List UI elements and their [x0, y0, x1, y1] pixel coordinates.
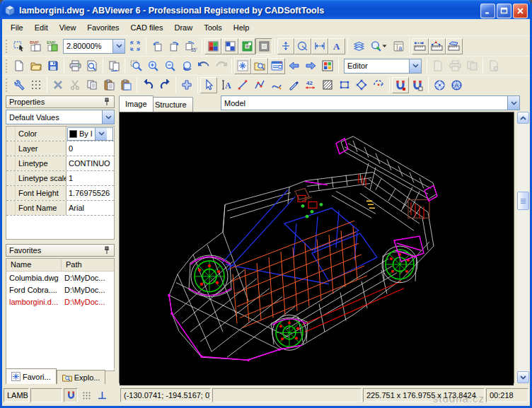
zoom-previous-button[interactable] [178, 58, 195, 74]
measure-polyline-button[interactable] [429, 38, 446, 54]
menu-view[interactable]: View [54, 21, 82, 34]
polyline-tool-button[interactable] [251, 77, 268, 93]
measure-distance-button[interactable] [412, 38, 429, 54]
layers-button[interactable] [350, 38, 367, 54]
color-combo-arrow[interactable] [95, 128, 107, 140]
print-page-button[interactable] [446, 58, 463, 74]
toolbar-grip[interactable] [6, 59, 8, 73]
preset-combo[interactable]: Default Values [6, 110, 115, 124]
property-row-linetype-scale[interactable]: Linetype scale 1 [6, 171, 114, 186]
paste-special-button[interactable] [117, 77, 134, 93]
color-value-combo[interactable]: By l [67, 127, 113, 141]
text-tool-button[interactable]: A [217, 77, 234, 93]
zoom-combo[interactable]: 2.80000% [63, 39, 125, 54]
grid-settings-button[interactable] [28, 77, 45, 93]
tab-explorer[interactable]: Explo... [57, 370, 106, 384]
delete-button[interactable] [50, 77, 66, 93]
dimension-radius-button[interactable] [294, 38, 311, 54]
view-quarters-button[interactable] [204, 38, 221, 54]
zoom-out-button[interactable] [161, 58, 178, 74]
view-halves-button[interactable] [221, 38, 238, 54]
info-button[interactable]: a [390, 38, 407, 54]
arc-tool-button[interactable] [370, 77, 387, 93]
undo-button[interactable] [139, 77, 156, 93]
drawing-canvas[interactable] [119, 112, 514, 383]
view-background-button[interactable] [238, 38, 255, 54]
polygon-tool-button[interactable] [353, 77, 370, 93]
menu-help[interactable]: Help [228, 21, 255, 34]
property-row-linetype[interactable]: Linetype CONTINUO [6, 156, 114, 171]
measure-area-button[interactable] [446, 38, 463, 54]
copy-as-emf-button[interactable]: EMF [45, 38, 62, 54]
property-row-font-height[interactable]: Font Height 1.76975526 [6, 186, 114, 201]
layout-combo-arrow[interactable] [507, 96, 519, 110]
pin-icon[interactable] [103, 98, 111, 106]
redo-view-button[interactable] [212, 58, 229, 74]
scroll-up-button[interactable] [517, 112, 529, 124]
favorites-panel-header[interactable]: Favorites [6, 244, 115, 257]
property-row-font-name[interactable]: Font Name Arial [6, 201, 114, 216]
status-ortho-toggle[interactable] [95, 388, 109, 402]
rectangle-tool-button[interactable] [336, 77, 353, 93]
maximize-button[interactable] [497, 4, 511, 18]
save-copy-button[interactable] [463, 58, 480, 74]
marker-tool-button[interactable] [285, 77, 302, 93]
menu-cad-files[interactable]: CAD files [125, 21, 169, 34]
copy-button[interactable] [83, 77, 100, 93]
save-button[interactable] [45, 58, 62, 74]
line-tool-button[interactable] [234, 77, 251, 93]
add-entity-button[interactable] [178, 77, 195, 93]
export-button[interactable] [485, 58, 502, 74]
rotate-right-button[interactable] [166, 38, 183, 54]
preset-combo-arrow[interactable] [102, 110, 114, 124]
dimension-tool-button[interactable]: 42 [302, 77, 319, 93]
vertical-scrollbar[interactable] [517, 112, 529, 383]
scrollbar-thumb[interactable] [517, 192, 529, 210]
snap-toggle-button[interactable] [392, 77, 409, 93]
column-path[interactable]: Path [62, 259, 114, 271]
status-grid-toggle[interactable] [79, 388, 93, 402]
back-button[interactable] [285, 58, 302, 74]
undo-view-button[interactable] [195, 58, 212, 74]
favorite-row-ford-cobra[interactable]: Ford Cobra.... D:\MyDoc... [6, 284, 114, 296]
spline-tool-button[interactable] [268, 77, 285, 93]
insert-text-button[interactable]: A [328, 38, 345, 54]
find-button[interactable] [367, 38, 390, 54]
new-page-button[interactable] [429, 58, 446, 74]
rotate-angle-button[interactable]: 35° [183, 38, 200, 54]
layout-combo[interactable]: Model [221, 95, 520, 110]
properties-panel-header[interactable]: Properties [6, 95, 115, 108]
dimension-vertical-button[interactable] [277, 38, 294, 54]
menu-tools[interactable]: Tools [198, 21, 228, 34]
print-button[interactable] [66, 58, 83, 74]
convert-pages-button[interactable] [105, 58, 122, 74]
dimension-horizontal-button[interactable] [311, 38, 328, 54]
mode-combo-arrow[interactable] [409, 59, 421, 73]
tab-favorites[interactable]: Favori... [6, 368, 57, 384]
property-row-color[interactable]: Color By l [6, 127, 114, 141]
zoom-in-button[interactable] [144, 58, 161, 74]
view-gray-button[interactable] [255, 38, 272, 54]
options-button[interactable] [11, 77, 28, 93]
mode-combo[interactable]: Editor [344, 59, 422, 74]
zoom-combo-arrow[interactable] [112, 40, 125, 53]
forward-button[interactable] [302, 58, 319, 74]
favorite-row-columbia[interactable]: Columbia.dwg D:\MyDoc... [6, 272, 114, 284]
hatch-tool-button[interactable] [319, 77, 336, 93]
snap-grid-toggle-button[interactable] [409, 77, 426, 93]
toolbar-grip[interactable] [6, 40, 8, 53]
menu-file[interactable]: File [5, 21, 29, 34]
minimize-button[interactable] [480, 4, 495, 18]
column-name[interactable]: Name [6, 259, 62, 271]
title-bar[interactable]: lamborgini.dwg - ABViewer 6 - Profession… [0, 0, 532, 21]
paste-button[interactable] [100, 77, 117, 93]
snap-center-button[interactable] [431, 77, 448, 93]
property-row-layer[interactable]: Layer 0 [6, 141, 114, 156]
favorites-list-header[interactable]: Name Path [6, 259, 114, 272]
rotate-left-button[interactable] [149, 38, 166, 54]
redo-button[interactable] [156, 77, 173, 93]
status-snap-toggle[interactable] [64, 388, 78, 402]
pin-icon[interactable] [103, 246, 111, 255]
close-button[interactable] [513, 4, 528, 18]
open-button[interactable] [28, 58, 45, 74]
